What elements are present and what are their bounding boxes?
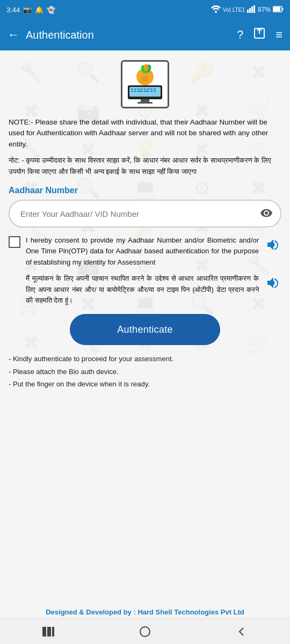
svg-rect-1	[247, 10, 249, 13]
logo-box	[121, 60, 169, 108]
svg-rect-23	[137, 91, 143, 92]
consent-section: I hereby consent to provide my Aadhaar N…	[9, 235, 281, 306]
eye-icon[interactable]	[260, 208, 273, 220]
help-button[interactable]: ?	[237, 28, 243, 42]
svg-point-33	[144, 64, 148, 71]
status-right: Vo) LTE1 87%	[211, 5, 284, 14]
footer-text: Designed & Developed by : Hard Shell Tec…	[46, 608, 244, 616]
svg-rect-37	[52, 627, 54, 636]
consent-text-english: I hereby consent to provide my Aadhaar N…	[26, 235, 259, 267]
svg-rect-12	[137, 102, 153, 104]
svg-rect-17	[144, 89, 146, 90]
header-icons: ? ≡	[237, 27, 282, 43]
svg-rect-14	[134, 89, 136, 90]
input-container	[9, 200, 281, 228]
aadhaar-input[interactable]	[9, 200, 281, 228]
status-left: 3:44 📷 🔔 👻	[6, 6, 55, 14]
svg-rect-21	[131, 91, 133, 92]
camera-icon: 📷	[23, 6, 32, 14]
app-logo	[124, 63, 166, 106]
wifi-icon	[211, 5, 221, 14]
page-title: Authentication	[26, 29, 230, 41]
svg-rect-25	[150, 91, 153, 92]
nav-menu-button[interactable]	[32, 621, 64, 642]
consent-text-hindi: मैं मूल्यांकन के लिए अपनी पहचान स्थापित …	[26, 273, 259, 306]
nav-bar	[0, 618, 290, 644]
consent-row-hindi: मैं मूल्यांकन के लिए अपनी पहचान स्थापित …	[9, 273, 281, 306]
nav-home-button[interactable]	[129, 621, 161, 642]
svg-rect-7	[282, 8, 284, 10]
consent-checkbox[interactable]	[9, 236, 20, 248]
share-button[interactable]	[253, 27, 266, 43]
svg-rect-35	[42, 627, 46, 636]
svg-rect-24	[144, 91, 149, 92]
footer: Designed & Developed by : Hard Shell Tec…	[0, 608, 290, 616]
battery-text: 87%	[258, 6, 271, 13]
main-content: NOTE:- Please share the detail with indi…	[0, 50, 290, 390]
svg-rect-16	[141, 89, 143, 90]
consent-row-english: I hereby consent to provide my Aadhaar N…	[9, 235, 281, 267]
note-hindi: नोट: - कृपया उम्मीदवार के साथ विस्तार सा…	[9, 155, 281, 178]
svg-point-38	[140, 627, 150, 636]
svg-rect-36	[47, 627, 51, 636]
instruction-1: - Kindly authenticate to proceed for you…	[9, 354, 281, 364]
svg-rect-3	[251, 6, 253, 13]
svg-point-34	[265, 211, 268, 215]
instructions: - Kindly authenticate to proceed for you…	[9, 354, 281, 390]
svg-rect-20	[154, 89, 156, 90]
svg-rect-26	[154, 91, 156, 92]
svg-rect-4	[253, 5, 255, 13]
svg-rect-15	[137, 89, 140, 90]
aadhaar-label: Aadhaar Number	[9, 186, 281, 195]
alert-icon: 🔔	[35, 6, 44, 14]
logo-container	[9, 60, 281, 108]
svg-rect-6	[273, 7, 280, 11]
status-bar: 3:44 📷 🔔 👻 Vo) LTE1 87%	[0, 0, 290, 19]
instruction-3: - Put the finger on the device when it i…	[9, 379, 281, 390]
battery-icon	[273, 6, 284, 14]
svg-rect-18	[147, 89, 149, 90]
back-button[interactable]: ←	[8, 28, 19, 42]
bars-icon	[247, 5, 256, 14]
svg-rect-13	[131, 89, 133, 90]
svg-rect-2	[249, 8, 251, 13]
audio-english-button[interactable]	[264, 236, 281, 253]
svg-point-0	[215, 11, 217, 13]
svg-rect-22	[134, 91, 136, 92]
svg-rect-30	[140, 72, 142, 77]
menu-button[interactable]: ≡	[276, 28, 282, 42]
nav-back-button[interactable]	[226, 621, 258, 642]
signal-text: Vo) LTE1	[223, 7, 245, 13]
instruction-2: - Please attach the Bio auth device.	[9, 367, 281, 377]
svg-rect-19	[150, 89, 153, 90]
app-header: ← Authentication ? ≡	[0, 19, 290, 50]
svg-rect-11	[141, 99, 149, 102]
authenticate-button[interactable]: Authenticate	[70, 314, 220, 345]
audio-hindi-button[interactable]	[264, 274, 281, 291]
note-english: NOTE:- Please share the detail with indi…	[9, 117, 281, 150]
snapchat-icon: 👻	[47, 6, 55, 14]
time: 3:44	[6, 6, 20, 14]
